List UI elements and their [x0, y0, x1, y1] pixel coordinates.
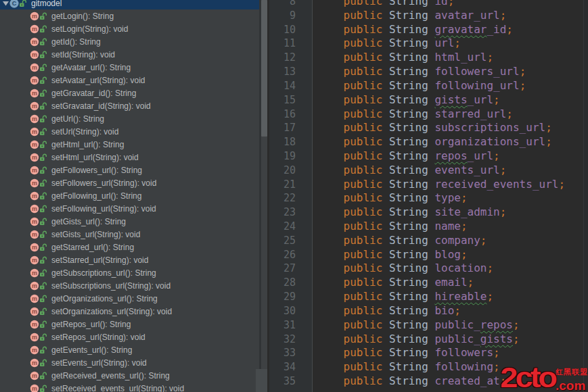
code-line[interactable]: public String organizations_url;	[317, 135, 583, 149]
method-icon: m	[30, 153, 39, 162]
code-line[interactable]: public String created_at;	[317, 374, 583, 389]
structure-item-method[interactable]: msetReceived_events_url(String): void	[0, 382, 259, 392]
line-number: 24	[269, 220, 296, 234]
structure-item-method[interactable]: mgetRepos_url(): String	[0, 318, 259, 330]
method-icon: m	[30, 358, 39, 368]
structure-item-method[interactable]: mgetAvatar_url(): String	[0, 61, 259, 74]
structure-item-method[interactable]: mgetReceived_events_url(): String	[0, 369, 259, 382]
structure-item-method[interactable]: msetHtml_url(String): void	[0, 151, 259, 164]
code-line[interactable]: public String public_repos;	[317, 318, 583, 333]
unlocked-icon	[39, 38, 47, 46]
structure-item-method[interactable]: mgetFollowers_url(): String	[0, 164, 259, 176]
structure-item-method[interactable]: mgetUrl(): String	[0, 112, 259, 125]
code-line[interactable]: public String blog;	[317, 248, 583, 262]
structure-item-method[interactable]: mgetGists_url(): String	[0, 215, 259, 228]
structure-scrollbar-thumb[interactable]	[261, 0, 267, 137]
code-area[interactable]: public String id; public String avatar_u…	[313, 0, 583, 389]
structure-item-method[interactable]: mgetEvents_url(): String	[0, 343, 259, 356]
structure-item-method[interactable]: msetFollowers_url(String): void	[0, 176, 259, 189]
code-line[interactable]: public String html_url;	[317, 51, 583, 65]
structure-item-label: getGists_url(): String	[51, 217, 126, 226]
structure-item-label: setAvatar_url(String): void	[51, 76, 145, 85]
structure-item-method[interactable]: msetLogin(String): void	[0, 22, 259, 35]
structure-item-method[interactable]: msetSubscriptions_url(String): void	[0, 279, 259, 292]
structure-item-method[interactable]: msetUrl(String): void	[0, 125, 259, 138]
method-icon: m	[30, 204, 39, 214]
structure-item-method[interactable]: msetRepos_url(String): void	[0, 330, 259, 343]
field-name: followers	[434, 346, 493, 359]
structure-item-method[interactable]: mgetOrganizations_url(): String	[0, 292, 259, 305]
field-name: id	[434, 0, 447, 7]
structure-item-method[interactable]: mgetStarred_url(): String	[0, 241, 259, 253]
svg-text:m: m	[32, 39, 37, 45]
ide-window: CgitmodelmgetLogin(): StringmsetLogin(St…	[0, 0, 588, 392]
triangle-down-icon	[2, 0, 9, 7]
method-icon: m	[30, 76, 39, 85]
unlocked-icon	[39, 372, 47, 380]
code-line[interactable]: public String repos_url;	[317, 149, 583, 164]
code-line[interactable]: public String location;	[317, 262, 583, 276]
line-numbers: 8910111213141516171819202122232425262728…	[269, 0, 296, 389]
code-line[interactable]: public String starred_url;	[317, 107, 583, 122]
code-line[interactable]: public String followers_url;	[317, 65, 583, 79]
structure-item-method[interactable]: mgetSubscriptions_url(): String	[0, 266, 259, 279]
line-number: 12	[269, 51, 296, 65]
field-name: company	[434, 234, 480, 247]
structure-item-class[interactable]: Cgitmodel	[0, 0, 259, 9]
line-number: 33	[269, 346, 296, 360]
code-line[interactable]: public String subscriptions_url;	[317, 121, 583, 135]
structure-item-method[interactable]: mgetLogin(): String	[0, 9, 259, 22]
structure-scrollbar[interactable]	[261, 0, 267, 392]
code-line[interactable]: public String hireable;	[317, 290, 583, 304]
svg-text:m: m	[32, 116, 37, 122]
method-icon: m	[30, 307, 39, 316]
code-line[interactable]: public String public_gists;	[317, 333, 583, 347]
structure-item-method[interactable]: msetId(String): void	[0, 48, 259, 61]
svg-text:m: m	[32, 295, 37, 302]
code-line[interactable]: public String gists_url;	[317, 93, 583, 107]
structure-item-method[interactable]: mgetHtml_url(): String	[0, 138, 259, 151]
code-line[interactable]: public String events_url;	[317, 164, 583, 178]
code-line[interactable]: public String bio;	[317, 304, 583, 318]
method-icon: m	[30, 255, 39, 265]
structure-item-method[interactable]: msetStarred_url(String): void	[0, 253, 259, 266]
code-line[interactable]: public String site_admin;	[317, 205, 583, 220]
unlocked-icon	[39, 89, 47, 97]
code-line[interactable]: public String following_url;	[317, 79, 583, 93]
structure-item-method[interactable]: mgetId(): String	[0, 35, 259, 48]
code-line[interactable]: public String company;	[317, 234, 583, 248]
code-line[interactable]: public String name;	[317, 220, 583, 234]
svg-text:m: m	[32, 205, 37, 212]
code-line[interactable]: public String url;	[317, 36, 583, 51]
svg-text:m: m	[32, 180, 37, 187]
structure-item-method[interactable]: msetFollowing_url(String): void	[0, 202, 259, 215]
svg-text:m: m	[32, 51, 37, 58]
structure-item-method[interactable]: msetOrganizations_url(String): void	[0, 305, 259, 318]
svg-text:m: m	[32, 385, 37, 392]
svg-text:m: m	[32, 321, 37, 328]
code-line[interactable]: public String received_events_url;	[317, 178, 583, 192]
method-icon: m	[30, 11, 39, 21]
structure-item-method[interactable]: msetGists_url(String): void	[0, 228, 259, 241]
editor-scrollbar-track[interactable]	[583, 0, 588, 392]
code-line[interactable]: public String id;	[317, 0, 583, 9]
unlocked-icon	[39, 51, 47, 59]
code-line[interactable]: public String email;	[317, 276, 583, 290]
unlocked-icon	[39, 128, 47, 136]
code-line[interactable]: public String following;	[317, 360, 583, 374]
line-number: 10	[269, 23, 296, 37]
code-line[interactable]: public String followers;	[317, 346, 583, 360]
svg-text:m: m	[32, 244, 37, 251]
editor-panel[interactable]: 8910111213141516171819202122232425262728…	[267, 0, 588, 392]
structure-item-method[interactable]: msetGravatar_id(String): void	[0, 99, 259, 112]
structure-item-method[interactable]: msetEvents_url(String): void	[0, 356, 259, 369]
structure-item-method[interactable]: msetAvatar_url(String): void	[0, 74, 259, 87]
method-icon: m	[30, 294, 39, 303]
code-line[interactable]: public String gravatar_id;	[317, 23, 583, 37]
svg-text:m: m	[32, 218, 37, 225]
code-line[interactable]: public String type;	[317, 191, 583, 205]
structure-item-method[interactable]: mgetFollowing_url(): String	[0, 189, 259, 202]
structure-item-method[interactable]: mgetGravatar_id(): String	[0, 87, 259, 99]
structure-item-label: setFollowing_url(String): void	[51, 204, 156, 214]
code-line[interactable]: public String avatar_url;	[317, 9, 583, 23]
